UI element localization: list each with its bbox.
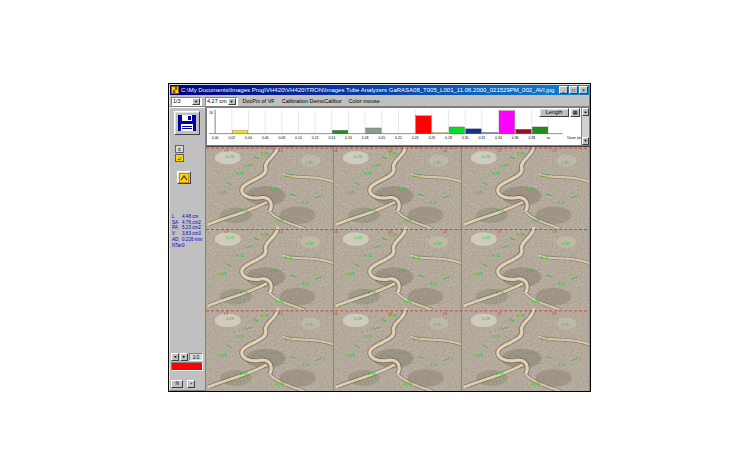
green-annotation-label: 0.18 [517,232,526,237]
green-annotation-label: 0.19 [368,290,376,295]
menu-item-color-mouse[interactable]: Color mouse [347,98,382,104]
green-annotation-label: 0.31 [475,353,483,358]
green-annotation-label: 0.29 [532,381,540,386]
menu-item-calibration[interactable]: Calibration DemoCalibur [280,98,344,104]
save-button[interactable] [174,111,200,135]
red-mark-label: 1.9 [552,312,556,316]
analysis-tool-button[interactable] [177,171,191,184]
red-mark-label: 2.6 [388,149,392,153]
red-mark-label: 1.8 [333,312,337,316]
hist-tick-label: 0.08 [278,136,285,140]
list-icon[interactable]: ≡ [175,145,184,153]
green-annotation-label: 0.23 [226,235,235,240]
hist-tick-label: 0.14 [328,136,335,140]
histogram-chart: 0.000.020.040.060.080.100.120.140.160.18… [207,108,581,145]
green-annotation-label: 0.29 [532,300,540,305]
green-annotation-label: 0.23 [482,235,491,240]
green-annotation-label: 0.31 [219,271,227,276]
hist-tick-label: 0.38 [528,136,535,140]
image-viewport[interactable]: 0.230.180.350.270.150.310.220.260.190.29… [206,146,590,391]
chevron-down-icon[interactable]: ▼ [192,98,200,105]
red-mark-label: 2.6 [388,230,392,234]
green-annotation-label: 0.35 [305,241,314,246]
hist-tick-label: 0.12 [312,136,319,140]
pager-label: 1/2 [189,353,203,361]
green-annotation-label: 0.22 [398,187,406,192]
hist-tick-label: 0.36 [512,136,519,140]
menu-item-docpix[interactable]: DocPix of VF [241,98,277,104]
hist-tick-label: 0.22 [395,136,402,140]
green-annotation-label: 0.23 [226,316,235,321]
green-annotation-label: 0.22 [270,350,278,355]
green-annotation-label: 0.27 [285,173,293,178]
corner-button[interactable]: ▪ [187,380,195,388]
green-annotation-label: 0.15 [236,253,245,258]
pager-next-button[interactable]: ► [180,353,188,361]
green-annotation-label: 0.31 [347,190,355,195]
green-annotation-label: 0.27 [541,255,549,260]
red-mark-label: 1.4 [224,230,228,234]
floppy-disk-icon [178,115,196,131]
length-button[interactable]: Length [539,108,569,117]
green-annotation-label: 0.26 [302,362,311,367]
green-annotation-label: 0.18 [261,151,270,156]
green-annotation-label: 0.19 [496,290,504,295]
close-button[interactable]: × [579,86,588,94]
green-annotation-label: 0.27 [413,255,421,260]
green-annotation-label: 0.15 [492,171,501,176]
red-mark-label: 2.3 [497,149,501,153]
chevron-down-icon[interactable]: ▼ [228,98,236,105]
red-mark-label: 2.1 [279,312,283,316]
green-annotation-label: 0.35 [305,322,314,327]
pager-prev-button[interactable]: ◄ [171,353,179,361]
minimize-button[interactable]: _ [559,86,568,94]
green-annotation-label: 0.22 [526,268,534,273]
pager: ◄ ► 1/2 [171,353,203,361]
scale-combobox[interactable]: 4.27 cm ▼ [205,97,238,106]
hist-tick-label: 0.06 [262,136,269,140]
hist-xaxis-title: Diam (mm) [567,136,581,140]
green-annotation-label: 0.26 [430,200,439,205]
green-annotation-label: 0.19 [368,208,376,213]
green-annotation-label: 0.27 [413,173,421,178]
spin-up-button[interactable]: ▲ [582,108,589,116]
green-annotation-label: 0.35 [433,160,442,165]
note-button[interactable]: N [171,380,183,388]
green-annotation-label: 0.15 [236,334,245,339]
green-annotation-label: 0.27 [285,336,293,341]
hist-tick-label: 0.26 [428,136,435,140]
green-annotation-label: 0.22 [270,187,278,192]
green-annotation-label: 0.31 [475,271,483,276]
green-annotation-label: 0.15 [364,334,373,339]
green-annotation-label: 0.31 [219,190,227,195]
hist-bar [232,131,247,134]
histogram-plot: 0.000.020.040.060.080.100.120.140.160.18… [206,107,581,146]
green-annotation-label: 0.26 [430,362,439,367]
green-annotation-label: 0.26 [302,200,311,205]
title-bar[interactable]: ▞ C:\My Documents\Images Prog\VH420\VH42… [170,85,589,95]
mini-icon-group: ≡ ▱ [175,145,184,162]
folder-icon[interactable]: ▱ [175,154,184,162]
green-annotation-label: 0.35 [561,322,570,327]
hist-tick-label: 0.16 [345,136,352,140]
hist-tick-label: 0.24 [412,136,419,140]
zoom-combobox-value: 1/3 [173,98,191,104]
green-annotation-label: 0.23 [482,154,491,159]
histogram-options-button[interactable]: ▦ [570,108,580,117]
app-icon: ▞ [171,86,179,94]
red-mark-label: 1.9 [552,230,556,234]
green-annotation-label: 0.31 [347,271,355,276]
tiled-root-image: 0.230.180.350.270.150.310.220.260.190.29… [206,147,590,391]
green-annotation-label: 0.22 [526,350,534,355]
zoom-combobox[interactable]: 1/3 ▼ [171,97,202,106]
hist-bar [366,128,381,134]
app-window: ▞ C:\My Documents\Images Prog\VH420\VH42… [168,83,591,392]
spin-down-button[interactable]: ▼ [582,137,589,145]
maximize-button[interactable]: □ [569,86,578,94]
green-annotation-label: 0.27 [541,336,549,341]
window-content: ≡ ▱ L4.48 cm SA4.76 cm2 PA5.23 cm2 V3.83… [169,107,590,391]
red-mark-label: 1.5 [443,230,447,234]
green-annotation-label: 0.27 [285,255,293,260]
hist-tick-label: 0.10 [295,136,302,140]
green-annotation-label: 0.29 [276,381,284,386]
